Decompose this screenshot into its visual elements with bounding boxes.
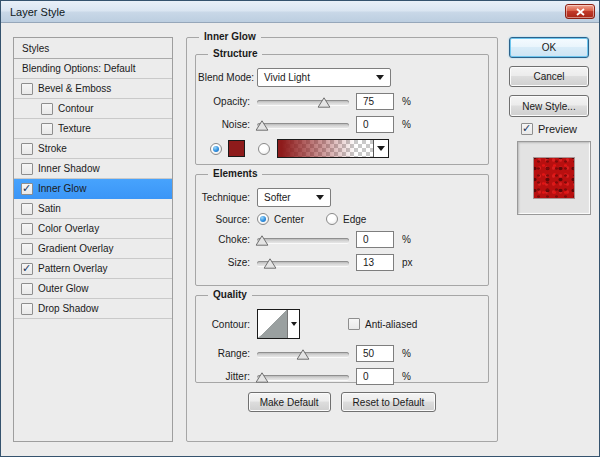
slider-thumb-icon[interactable] — [255, 235, 268, 246]
style-preview-thumbnail — [534, 158, 574, 198]
noise-slider[interactable] — [257, 118, 349, 132]
structure-group-title: Structure — [208, 48, 262, 59]
style-enabled-checkbox[interactable] — [21, 283, 33, 295]
panel-title: Inner Glow — [199, 31, 261, 42]
slider-thumb-icon[interactable] — [255, 372, 268, 383]
title-bar[interactable]: Layer Style — [1, 1, 599, 23]
style-enabled-checkbox[interactable] — [21, 143, 33, 155]
sidebar-item-drop-shadow[interactable]: Drop Shadow — [14, 299, 172, 319]
gradient-dropdown-button[interactable] — [373, 140, 388, 157]
noise-input[interactable] — [356, 116, 394, 133]
jitter-input[interactable] — [356, 368, 394, 385]
contour-thumbnail[interactable] — [258, 310, 287, 338]
style-enabled-checkbox[interactable] — [41, 103, 53, 115]
slider-thumb-icon[interactable] — [318, 97, 331, 108]
sidebar-item-inner-shadow[interactable]: Inner Shadow — [14, 159, 172, 179]
make-default-button[interactable]: Make Default — [248, 392, 331, 412]
choke-slider[interactable] — [257, 233, 349, 247]
gradient-radio[interactable] — [258, 143, 270, 155]
blend-mode-dropdown[interactable]: Vivid Light — [257, 68, 391, 87]
style-enabled-checkbox[interactable] — [41, 123, 53, 135]
source-edge-label: Edge — [343, 214, 366, 225]
style-enabled-checkbox[interactable] — [21, 223, 33, 235]
sidebar-item-label: Blending Options: Default — [22, 63, 135, 74]
sidebar-item-bevel-emboss[interactable]: Bevel & Emboss — [14, 79, 172, 99]
gradient-picker[interactable] — [277, 139, 389, 158]
style-preview-panel — [517, 141, 591, 215]
dialog-body: Styles Blending Options: Default Bevel &… — [1, 23, 599, 456]
sidebar-item-blending-options-default[interactable]: Blending Options: Default — [14, 59, 172, 79]
jitter-slider[interactable] — [257, 370, 349, 384]
slider-track[interactable] — [257, 375, 349, 380]
style-enabled-checkbox[interactable] — [21, 163, 33, 175]
glow-color-swatch[interactable] — [228, 140, 245, 157]
choke-unit: % — [402, 234, 411, 245]
anti-aliased-checkbox[interactable] — [348, 318, 360, 330]
sidebar-item-color-overlay[interactable]: Color Overlay — [14, 219, 172, 239]
range-label: Range: — [198, 348, 250, 359]
sidebar-item-satin[interactable]: Satin — [14, 199, 172, 219]
technique-row: Technique: Softer — [198, 188, 482, 207]
sidebar-item-pattern-overlay[interactable]: Pattern Overlay — [14, 259, 172, 279]
jitter-row: Jitter: % — [198, 368, 482, 385]
sidebar-item-outer-glow[interactable]: Outer Glow — [14, 279, 172, 299]
size-slider[interactable] — [257, 256, 349, 270]
technique-dropdown[interactable]: Softer — [257, 188, 331, 207]
sidebar-item-label: Gradient Overlay — [38, 243, 114, 254]
slider-track[interactable] — [257, 100, 349, 105]
style-enabled-checkbox[interactable] — [21, 303, 33, 315]
style-enabled-checkbox[interactable] — [21, 263, 33, 275]
opacity-slider[interactable] — [257, 95, 349, 109]
sidebar-item-gradient-overlay[interactable]: Gradient Overlay — [14, 239, 172, 259]
ok-button[interactable]: OK — [509, 37, 589, 58]
noise-row: Noise: % — [198, 116, 482, 133]
range-row: Range: % — [198, 345, 482, 362]
close-button[interactable] — [565, 4, 595, 19]
cancel-button[interactable]: Cancel — [509, 66, 589, 87]
range-slider[interactable] — [257, 347, 349, 361]
style-enabled-checkbox[interactable] — [21, 83, 33, 95]
structure-group: Structure Blend Mode: Vivid Light Opacit… — [195, 54, 489, 165]
slider-thumb-icon[interactable] — [297, 349, 310, 360]
blend-mode-row: Blend Mode: Vivid Light — [198, 68, 482, 87]
close-icon — [576, 8, 585, 16]
style-enabled-checkbox[interactable] — [21, 243, 33, 255]
quality-group: Quality Contour: Anti-aliased — [195, 295, 489, 383]
range-input[interactable] — [356, 345, 394, 362]
size-unit: px — [402, 257, 413, 268]
styles-list-header: Styles — [14, 38, 172, 59]
sidebar-item-stroke[interactable]: Stroke — [14, 139, 172, 159]
sidebar-item-label: Contour — [58, 103, 94, 114]
size-input[interactable] — [356, 254, 394, 271]
sidebar-item-contour[interactable]: Contour — [14, 99, 172, 119]
source-center-radio[interactable] — [257, 213, 269, 225]
choke-label: Choke: — [198, 234, 250, 245]
styles-list: Styles Blending Options: Default Bevel &… — [13, 37, 173, 442]
new-style-button[interactable]: New Style... — [509, 95, 589, 117]
source-edge-radio[interactable] — [326, 213, 338, 225]
solid-color-radio[interactable] — [210, 143, 222, 155]
defaults-button-row: Make Default Reset to Default — [195, 392, 489, 412]
contour-dropdown-button[interactable] — [287, 310, 299, 338]
style-enabled-checkbox[interactable] — [21, 203, 33, 215]
gradient-preview[interactable] — [278, 140, 373, 157]
blend-mode-label: Blend Mode: — [198, 72, 250, 83]
preview-checkbox[interactable] — [521, 123, 533, 135]
opacity-input[interactable] — [356, 93, 394, 110]
slider-thumb-icon[interactable] — [263, 258, 276, 269]
sidebar-item-label: Color Overlay — [38, 223, 99, 234]
choke-input[interactable] — [356, 231, 394, 248]
slider-track[interactable] — [257, 123, 349, 128]
slider-thumb-icon[interactable] — [255, 120, 268, 131]
noise-label: Noise: — [198, 119, 250, 130]
reset-to-default-button[interactable]: Reset to Default — [341, 392, 437, 412]
technique-label: Technique: — [198, 192, 250, 203]
sidebar-item-texture[interactable]: Texture — [14, 119, 172, 139]
style-enabled-checkbox[interactable] — [21, 183, 33, 195]
sidebar-item-inner-glow[interactable]: Inner Glow — [14, 179, 172, 199]
window-title: Layer Style — [1, 6, 65, 18]
sidebar-item-label: Inner Glow — [38, 183, 86, 194]
slider-track[interactable] — [257, 238, 349, 243]
contour-picker[interactable] — [257, 309, 300, 339]
preview-field: Preview — [509, 123, 589, 135]
